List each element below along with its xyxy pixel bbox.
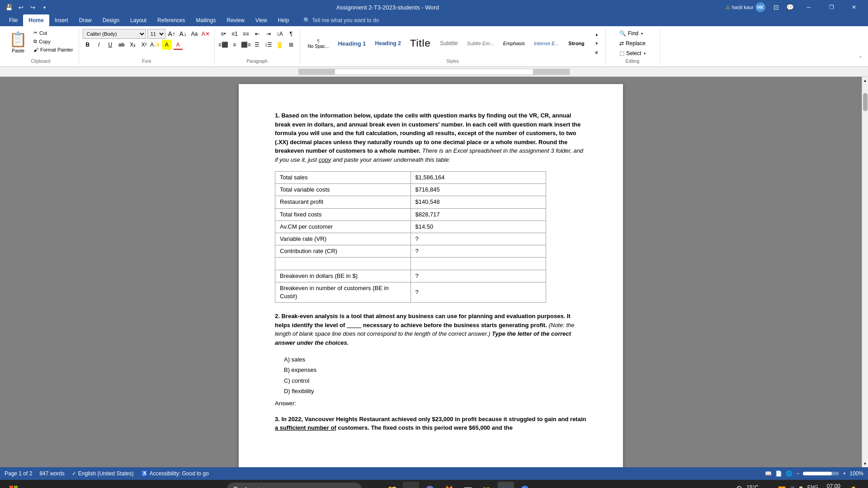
style-title[interactable]: Title <box>406 36 435 51</box>
undo-qat-button[interactable]: ↩ <box>15 2 26 13</box>
zoom-slider[interactable] <box>803 472 839 475</box>
web-layout-button[interactable]: 🌐 <box>786 470 793 477</box>
zoom-in-button[interactable]: + <box>843 470 846 477</box>
minimize-button[interactable]: ─ <box>798 0 819 14</box>
find-dropdown[interactable]: ▾ <box>641 32 643 36</box>
save-qat-button[interactable]: 💾 <box>4 2 14 13</box>
align-left-button[interactable]: ≡⬛ <box>218 40 228 50</box>
styles-more-button[interactable]: ⊞ <box>592 48 602 57</box>
comments-btn[interactable]: 💬 <box>783 4 797 11</box>
taskbar-firefox-icon[interactable]: 🦊 <box>441 482 457 488</box>
print-layout-button[interactable]: 📄 <box>775 470 782 477</box>
tab-draw[interactable]: Draw <box>74 14 97 26</box>
tab-review[interactable]: Review <box>222 14 250 26</box>
select-dropdown[interactable]: ▾ <box>644 52 646 56</box>
justify-button[interactable]: ☰ <box>252 40 262 50</box>
shading-button[interactable]: ▓ <box>275 40 285 50</box>
style-normal[interactable]: ¶ No Spac... <box>304 37 333 50</box>
bold-button[interactable]: B <box>83 40 93 50</box>
sort-button[interactable]: ↕A <box>275 29 285 39</box>
change-case-button[interactable]: Aa <box>189 29 199 39</box>
zoom-out-button[interactable]: − <box>796 470 799 477</box>
replace-button[interactable]: ⇄ Replace <box>616 39 649 48</box>
underline-button[interactable]: U <box>105 40 115 50</box>
style-subtitle[interactable]: Subtitle <box>436 39 462 48</box>
scroll-down-button[interactable]: ▼ <box>862 460 868 467</box>
network-icon[interactable]: 📶 <box>778 486 786 488</box>
style-intense-emphasis[interactable]: Intense E... <box>530 39 563 47</box>
restore-button[interactable]: ❐ <box>821 0 842 14</box>
align-center-button[interactable]: ≡ <box>230 40 240 50</box>
ribbon-expand-button[interactable]: ⌃ <box>855 53 865 63</box>
input-language[interactable]: ENG IN <box>807 484 818 488</box>
borders-button[interactable]: ⊞ <box>286 40 296 50</box>
superscript-button[interactable]: X² <box>139 40 149 50</box>
tab-layout[interactable]: Layout <box>125 14 152 26</box>
decrease-indent-button[interactable]: ⇤ <box>252 29 262 39</box>
style-subtle-emphasis[interactable]: Subtle Em... <box>463 39 498 47</box>
text-highlight-button[interactable]: A <box>162 40 172 50</box>
notification-button[interactable]: 🔔 <box>849 486 858 488</box>
taskview-button[interactable]: ⊟ <box>365 482 381 488</box>
redo-qat-button[interactable]: ↪ <box>27 2 38 13</box>
format-painter-button[interactable]: 🖌 Format Painter <box>32 46 75 53</box>
tab-insert[interactable]: Insert <box>49 14 74 26</box>
text-effects-button[interactable]: A✨ <box>151 40 160 50</box>
start-button[interactable] <box>4 480 24 488</box>
align-right-button[interactable]: ⬛≡ <box>241 40 251 50</box>
subscript-button[interactable]: X₂ <box>128 40 138 50</box>
bullets-button[interactable]: ≡• <box>218 29 228 39</box>
read-mode-button[interactable]: 📖 <box>765 470 772 477</box>
cut-button[interactable]: ✂ Cut <box>32 29 75 37</box>
taskbar-chrome2-icon[interactable] <box>517 482 533 488</box>
sound-icon[interactable]: 🔊 <box>788 486 795 488</box>
tell-me-box[interactable]: Tell me what you want to do <box>312 17 379 23</box>
paste-button[interactable]: 📋 Paste <box>6 29 30 55</box>
tab-mailings[interactable]: Mailings <box>190 14 221 26</box>
document-scroll-area[interactable]: 1. Based on the information below, updat… <box>0 77 862 467</box>
close-button[interactable]: ✕ <box>844 0 864 14</box>
tab-view[interactable]: View <box>250 14 273 26</box>
taskbar-teams-icon[interactable] <box>403 482 419 488</box>
taskbar-explorer-icon[interactable]: 📁 <box>384 482 400 488</box>
italic-button[interactable]: I <box>94 40 104 50</box>
ribbon-display-btn[interactable]: ⊡ <box>771 4 782 11</box>
qat-dropdown[interactable]: ▾ <box>39 2 50 13</box>
show-formatting-button[interactable]: ¶ <box>286 29 296 39</box>
scroll-thumb[interactable] <box>863 93 868 111</box>
clock[interactable]: 07:00 30-07-2023 <box>821 483 846 488</box>
styles-down-button[interactable]: ▼ <box>592 39 602 48</box>
tab-home[interactable]: Home <box>23 14 49 26</box>
style-emphasis[interactable]: Emphasis <box>499 39 529 47</box>
shrink-font-button[interactable]: A↓ <box>178 29 188 39</box>
weather-widget[interactable]: 🌤 15°C Partly sunny <box>736 484 771 488</box>
style-strong[interactable]: Strong <box>564 39 589 47</box>
tab-design[interactable]: Design <box>97 14 125 26</box>
select-button[interactable]: ⬚ Select ▾ <box>616 49 649 58</box>
font-size-select[interactable]: 11 <box>147 29 165 39</box>
tab-file[interactable]: File <box>4 14 23 26</box>
taskbar-search-box[interactable]: 🔍 Search <box>226 483 362 488</box>
grow-font-button[interactable]: A↑ <box>167 29 177 39</box>
copy-button[interactable]: ⧉ Copy <box>32 38 75 45</box>
taskbar-mail-icon[interactable]: 📧 <box>460 482 476 488</box>
tab-references[interactable]: References <box>152 14 190 26</box>
multilevel-list-button[interactable]: ≡≡ <box>241 29 251 39</box>
vertical-scrollbar[interactable]: ▲ ▼ <box>862 77 868 467</box>
strikethrough-button[interactable]: ab <box>117 40 127 50</box>
tab-help[interactable]: Help <box>273 14 295 26</box>
find-button[interactable]: 🔍 Find ▾ <box>616 29 646 38</box>
taskbar-word-icon[interactable]: W <box>498 482 514 488</box>
taskbar-files-icon[interactable]: 📂 <box>479 482 495 488</box>
scroll-up-button[interactable]: ▲ <box>862 77 868 84</box>
battery-icon[interactable]: 🔋 <box>797 486 805 488</box>
line-spacing-button[interactable]: ↕☰ <box>264 40 274 50</box>
font-color-button[interactable]: A <box>173 40 183 50</box>
font-family-select[interactable]: Calibri (Body) <box>83 29 146 39</box>
styles-up-button[interactable]: ▲ <box>592 30 602 39</box>
style-heading2[interactable]: Heading 2 <box>371 39 405 48</box>
taskbar-chrome-icon[interactable] <box>422 482 438 488</box>
clear-format-button[interactable]: A✕ <box>201 29 211 39</box>
increase-indent-button[interactable]: ⇥ <box>264 29 274 39</box>
style-heading1[interactable]: Heading 1 <box>334 39 370 48</box>
